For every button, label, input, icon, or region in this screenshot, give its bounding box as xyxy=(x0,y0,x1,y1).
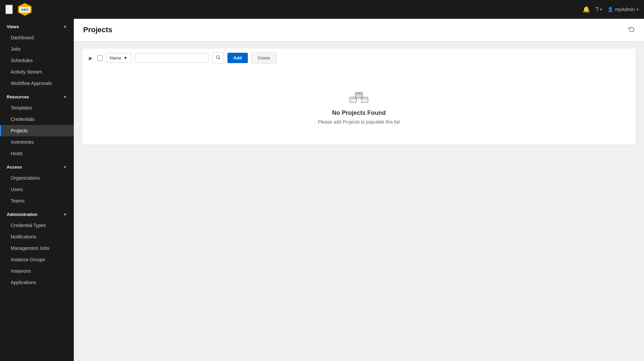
svg-text:AWX: AWX xyxy=(21,8,29,12)
sidebar-item-management-jobs[interactable]: Management Jobs xyxy=(0,242,74,254)
empty-title: No Projects Found xyxy=(332,109,386,117)
sidebar-section-administration[interactable]: Administration ▼ xyxy=(0,207,74,220)
help-button[interactable]: ? ▾ xyxy=(595,6,602,13)
search-button[interactable] xyxy=(212,52,224,63)
sidebar-section-resources[interactable]: Resources ▼ xyxy=(0,89,74,102)
search-input[interactable] xyxy=(135,53,209,63)
empty-state: No Projects Found Please add Projects to… xyxy=(82,68,636,145)
top-nav-right: 🔔 ? ▾ 👤 myAdmin ▾ xyxy=(583,6,639,13)
help-icon: ? xyxy=(595,6,599,13)
page-header: Projects xyxy=(74,19,644,41)
administration-chevron-icon: ▼ xyxy=(63,212,67,217)
select-all-checkbox[interactable] xyxy=(97,55,103,61)
views-section-label: Views xyxy=(7,24,19,29)
user-icon: 👤 xyxy=(607,7,613,12)
boxes-icon xyxy=(349,88,369,109)
top-nav: ☰ AWX 🔔 ? ▾ 👤 myAdmin ▾ xyxy=(0,0,644,19)
filter-label: Name xyxy=(110,55,121,60)
sidebar-item-organizations[interactable]: Organizations xyxy=(0,172,74,184)
sidebar-item-credential-types[interactable]: Credential Types xyxy=(0,220,74,231)
filter-dropdown[interactable]: Name ▼ xyxy=(106,53,131,63)
expand-rows-button[interactable]: ▶ xyxy=(88,54,94,62)
sidebar-item-workflow-approvals[interactable]: Workflow Approvals xyxy=(0,78,74,89)
access-section-label: Access xyxy=(7,165,22,170)
add-button[interactable]: Add xyxy=(227,53,248,63)
page-title: Projects xyxy=(83,26,112,34)
logo-area: AWX xyxy=(17,3,583,16)
sidebar-item-notifications[interactable]: Notifications xyxy=(0,231,74,242)
sidebar-item-projects[interactable]: Projects xyxy=(0,125,74,136)
sidebar-item-dashboard[interactable]: Dashboard xyxy=(0,32,74,43)
sidebar-item-schedules[interactable]: Schedules xyxy=(0,55,74,66)
main-content: ▶ Name ▼ Add Delete xyxy=(74,41,644,361)
resources-chevron-icon: ▼ xyxy=(63,95,67,99)
sidebar: Views ▼ Dashboard Jobs Schedules Activit… xyxy=(0,19,74,361)
administration-section-label: Administration xyxy=(7,212,38,217)
notifications-button[interactable]: 🔔 xyxy=(583,6,590,13)
sidebar-item-hosts[interactable]: Hosts xyxy=(0,148,74,159)
sidebar-item-templates[interactable]: Templates xyxy=(0,102,74,114)
table-container: ▶ Name ▼ Add Delete xyxy=(82,48,636,145)
sidebar-item-teams[interactable]: Teams xyxy=(0,195,74,207)
sidebar-section-views[interactable]: Views ▼ xyxy=(0,19,74,32)
refresh-icon xyxy=(629,26,635,32)
page-header-actions xyxy=(629,26,635,34)
resources-section-label: Resources xyxy=(7,94,29,99)
user-dropdown-icon: ▾ xyxy=(637,7,639,12)
help-dropdown-icon: ▾ xyxy=(600,7,602,12)
sidebar-item-credentials[interactable]: Credentials xyxy=(0,114,74,125)
main-layout: Views ▼ Dashboard Jobs Schedules Activit… xyxy=(0,19,644,361)
awx-logo: AWX xyxy=(17,3,33,16)
sidebar-item-applications[interactable]: Applications xyxy=(0,277,74,288)
sidebar-item-activity-stream[interactable]: Activity Stream xyxy=(0,66,74,78)
toolbar: ▶ Name ▼ Add Delete xyxy=(82,48,636,68)
views-chevron-icon: ▼ xyxy=(63,25,67,29)
user-menu[interactable]: 👤 myAdmin ▾ xyxy=(607,7,639,12)
delete-button[interactable]: Delete xyxy=(251,52,277,63)
hamburger-menu[interactable]: ☰ xyxy=(5,5,13,14)
sidebar-item-users[interactable]: Users xyxy=(0,184,74,195)
sidebar-item-inventories[interactable]: Inventories xyxy=(0,136,74,148)
svg-line-4 xyxy=(219,58,220,59)
user-label: myAdmin xyxy=(615,7,635,12)
sidebar-item-jobs[interactable]: Jobs xyxy=(0,43,74,55)
refresh-button[interactable] xyxy=(629,26,635,34)
sidebar-item-instance-groups[interactable]: Instance Groups xyxy=(0,254,74,265)
search-icon xyxy=(216,55,220,60)
empty-subtitle: Please add Projects to populate this lis… xyxy=(318,119,400,125)
sidebar-item-instances[interactable]: Instances xyxy=(0,265,74,277)
filter-dropdown-icon: ▼ xyxy=(123,55,128,60)
sidebar-section-access[interactable]: Access ▼ xyxy=(0,159,74,172)
svg-point-3 xyxy=(216,56,219,59)
access-chevron-icon: ▼ xyxy=(63,165,67,170)
content-area: Projects ▶ Name ▼ xyxy=(74,19,644,361)
